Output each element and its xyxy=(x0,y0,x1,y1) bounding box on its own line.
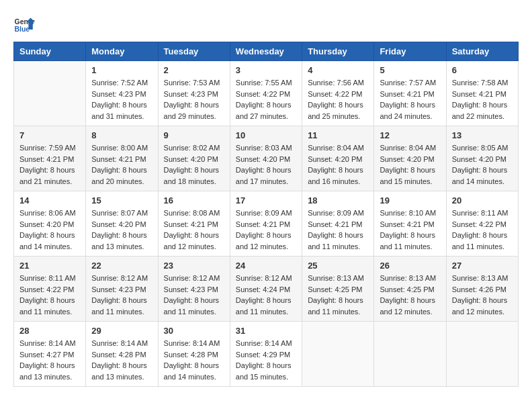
weekday-header: Saturday xyxy=(446,42,518,61)
day-number: 20 xyxy=(452,195,513,205)
day-info: Sunrise: 8:05 AM Sunset: 4:20 PM Dayligh… xyxy=(452,142,513,187)
daylight-hours: Daylight: 8 hours and 11 minutes. xyxy=(308,296,363,316)
sunrise-time: Sunrise: 7:52 AM xyxy=(91,79,148,87)
sunrise-time: Sunrise: 8:04 AM xyxy=(308,144,364,152)
daylight-hours: Daylight: 8 hours and 13 minutes. xyxy=(91,231,147,250)
sunset-time: Sunset: 4:23 PM xyxy=(91,285,146,293)
calendar-day-cell: 25 Sunrise: 8:13 AM Sunset: 4:25 PM Dayl… xyxy=(302,257,374,322)
calendar-day-cell: 11 Sunrise: 8:04 AM Sunset: 4:20 PM Dayl… xyxy=(302,126,374,191)
sunrise-time: Sunrise: 8:13 AM xyxy=(452,274,508,282)
sunrise-time: Sunrise: 8:04 AM xyxy=(380,144,436,152)
day-number: 2 xyxy=(164,65,224,75)
day-info: Sunrise: 7:58 AM Sunset: 4:21 PM Dayligh… xyxy=(452,77,513,122)
day-number: 1 xyxy=(91,65,152,75)
sunset-time: Sunset: 4:20 PM xyxy=(19,220,74,228)
calendar-day-cell: 16 Sunrise: 8:08 AM Sunset: 4:21 PM Dayl… xyxy=(158,191,230,257)
sunset-time: Sunset: 4:20 PM xyxy=(91,220,146,228)
calendar-week-row: 1 Sunrise: 7:52 AM Sunset: 4:23 PM Dayli… xyxy=(14,61,519,126)
daylight-hours: Daylight: 8 hours and 14 minutes. xyxy=(19,231,75,250)
calendar-header-row: SundayMondayTuesdayWednesdayThursdayFrid… xyxy=(14,42,519,61)
sunset-time: Sunset: 4:21 PM xyxy=(236,220,290,228)
sunrise-time: Sunrise: 7:59 AM xyxy=(19,144,76,152)
sunset-time: Sunset: 4:21 PM xyxy=(380,220,434,228)
day-info: Sunrise: 8:06 AM Sunset: 4:20 PM Dayligh… xyxy=(19,208,80,252)
day-info: Sunrise: 7:52 AM Sunset: 4:23 PM Dayligh… xyxy=(91,77,152,122)
sunset-time: Sunset: 4:20 PM xyxy=(380,155,434,163)
day-info: Sunrise: 8:12 AM Sunset: 4:23 PM Dayligh… xyxy=(164,273,224,317)
daylight-hours: Daylight: 8 hours and 13 minutes. xyxy=(91,361,147,381)
day-info: Sunrise: 8:14 AM Sunset: 4:28 PM Dayligh… xyxy=(164,338,224,382)
day-number: 21 xyxy=(19,261,80,271)
day-info: Sunrise: 8:09 AM Sunset: 4:21 PM Dayligh… xyxy=(308,208,368,252)
calendar-day-cell xyxy=(446,322,518,387)
sunrise-time: Sunrise: 7:53 AM xyxy=(164,79,220,87)
day-number: 18 xyxy=(308,195,368,205)
sunrise-time: Sunrise: 8:14 AM xyxy=(164,339,220,347)
sunrise-time: Sunrise: 7:55 AM xyxy=(236,79,292,87)
day-number: 15 xyxy=(91,195,152,205)
sunset-time: Sunset: 4:21 PM xyxy=(452,90,506,98)
daylight-hours: Daylight: 8 hours and 12 minutes. xyxy=(452,296,508,316)
calendar-day-cell xyxy=(302,322,374,387)
day-number: 4 xyxy=(308,65,368,75)
calendar-day-cell: 24 Sunrise: 8:12 AM Sunset: 4:24 PM Dayl… xyxy=(230,257,302,322)
calendar-day-cell: 18 Sunrise: 8:09 AM Sunset: 4:21 PM Dayl… xyxy=(302,191,374,257)
calendar-day-cell: 26 Sunrise: 8:13 AM Sunset: 4:25 PM Dayl… xyxy=(374,257,446,322)
sunrise-time: Sunrise: 8:00 AM xyxy=(91,144,148,152)
day-info: Sunrise: 8:02 AM Sunset: 4:20 PM Dayligh… xyxy=(164,142,224,187)
sunrise-time: Sunrise: 8:11 AM xyxy=(19,274,76,282)
calendar-week-row: 7 Sunrise: 7:59 AM Sunset: 4:21 PM Dayli… xyxy=(14,126,519,191)
day-info: Sunrise: 8:14 AM Sunset: 4:27 PM Dayligh… xyxy=(19,338,80,382)
day-info: Sunrise: 8:00 AM Sunset: 4:21 PM Dayligh… xyxy=(91,142,152,187)
daylight-hours: Daylight: 8 hours and 11 minutes. xyxy=(91,296,147,316)
day-number: 19 xyxy=(380,195,440,205)
calendar-day-cell: 22 Sunrise: 8:12 AM Sunset: 4:23 PM Dayl… xyxy=(86,257,158,322)
sunrise-time: Sunrise: 8:10 AM xyxy=(380,209,436,217)
day-number: 26 xyxy=(380,261,440,271)
calendar-day-cell: 7 Sunrise: 7:59 AM Sunset: 4:21 PM Dayli… xyxy=(14,126,86,191)
calendar-day-cell: 29 Sunrise: 8:14 AM Sunset: 4:28 PM Dayl… xyxy=(86,322,158,387)
daylight-hours: Daylight: 8 hours and 24 minutes. xyxy=(380,101,435,120)
daylight-hours: Daylight: 8 hours and 15 minutes. xyxy=(236,361,292,381)
calendar-day-cell: 1 Sunrise: 7:52 AM Sunset: 4:23 PM Dayli… xyxy=(86,61,158,126)
sunset-time: Sunset: 4:25 PM xyxy=(308,285,362,293)
day-number: 31 xyxy=(236,326,296,336)
daylight-hours: Daylight: 8 hours and 14 minutes. xyxy=(164,361,220,381)
daylight-hours: Daylight: 8 hours and 12 minutes. xyxy=(236,231,292,250)
svg-text:Blue: Blue xyxy=(15,26,30,33)
sunrise-time: Sunrise: 8:07 AM xyxy=(91,209,148,217)
sunrise-time: Sunrise: 8:14 AM xyxy=(236,339,292,347)
calendar-day-cell: 19 Sunrise: 8:10 AM Sunset: 4:21 PM Dayl… xyxy=(374,191,446,257)
daylight-hours: Daylight: 8 hours and 12 minutes. xyxy=(164,231,220,250)
day-number: 22 xyxy=(91,261,152,271)
daylight-hours: Daylight: 8 hours and 21 minutes. xyxy=(19,166,75,185)
weekday-header: Monday xyxy=(86,42,158,61)
day-info: Sunrise: 8:07 AM Sunset: 4:20 PM Dayligh… xyxy=(91,208,152,252)
daylight-hours: Daylight: 8 hours and 11 minutes. xyxy=(19,296,75,316)
day-info: Sunrise: 8:14 AM Sunset: 4:29 PM Dayligh… xyxy=(236,338,296,382)
day-number: 9 xyxy=(164,130,224,140)
sunrise-time: Sunrise: 8:06 AM xyxy=(19,209,76,217)
day-info: Sunrise: 8:09 AM Sunset: 4:21 PM Dayligh… xyxy=(236,208,296,252)
weekday-header: Thursday xyxy=(302,42,374,61)
daylight-hours: Daylight: 8 hours and 11 minutes. xyxy=(380,231,435,250)
day-number: 8 xyxy=(91,130,152,140)
calendar-week-row: 28 Sunrise: 8:14 AM Sunset: 4:27 PM Dayl… xyxy=(14,322,519,387)
sunset-time: Sunset: 4:22 PM xyxy=(308,90,362,98)
calendar-day-cell: 17 Sunrise: 8:09 AM Sunset: 4:21 PM Dayl… xyxy=(230,191,302,257)
day-number: 27 xyxy=(452,261,513,271)
daylight-hours: Daylight: 8 hours and 29 minutes. xyxy=(164,101,220,120)
day-number: 29 xyxy=(91,326,152,336)
day-number: 6 xyxy=(452,65,513,75)
daylight-hours: Daylight: 8 hours and 22 minutes. xyxy=(452,101,508,120)
sunset-time: Sunset: 4:21 PM xyxy=(308,220,362,228)
day-info: Sunrise: 8:12 AM Sunset: 4:23 PM Dayligh… xyxy=(91,273,152,317)
calendar-day-cell: 27 Sunrise: 8:13 AM Sunset: 4:26 PM Dayl… xyxy=(446,257,518,322)
daylight-hours: Daylight: 8 hours and 11 minutes. xyxy=(164,296,220,316)
daylight-hours: Daylight: 8 hours and 20 minutes. xyxy=(91,166,147,185)
calendar-day-cell: 13 Sunrise: 8:05 AM Sunset: 4:20 PM Dayl… xyxy=(446,126,518,191)
calendar-day-cell: 15 Sunrise: 8:07 AM Sunset: 4:20 PM Dayl… xyxy=(86,191,158,257)
day-number: 10 xyxy=(236,130,296,140)
sunset-time: Sunset: 4:22 PM xyxy=(236,90,290,98)
sunset-time: Sunset: 4:20 PM xyxy=(452,155,506,163)
